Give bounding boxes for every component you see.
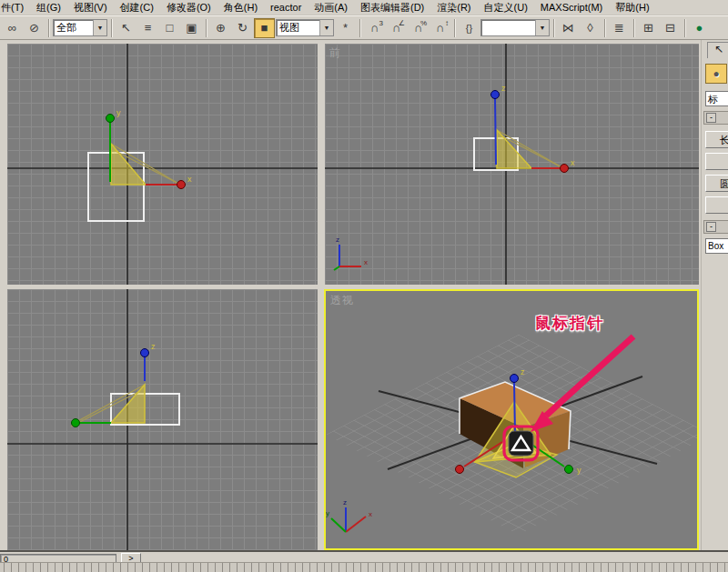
y-axis-label: y [116, 108, 121, 117]
world-x-label: x [364, 258, 368, 266]
chevron-down-icon[interactable]: ▼ [319, 20, 333, 35]
object-type-rollout[interactable]: - [703, 111, 728, 125]
create-tab-icon[interactable]: ↖ [707, 42, 728, 58]
x-axis-handle [561, 165, 569, 173]
geometry-category-button[interactable]: ● [705, 64, 727, 84]
viewport-front[interactable]: 前 z x z x [325, 44, 699, 285]
menu-group[interactable]: 组(G) [30, 0, 67, 15]
menu-file[interactable]: 件(T) [0, 0, 30, 15]
menu-maxscript[interactable]: MAXScript(M) [534, 1, 609, 14]
toolbar-separator [684, 19, 685, 37]
y-axis-handle [565, 466, 573, 474]
x-axis-label: x [187, 175, 192, 184]
selection-filter-value: 全部 [54, 21, 93, 35]
toolbar-separator [206, 19, 207, 37]
viewport-left[interactable]: z [7, 289, 318, 550]
link-icon[interactable]: ∞ [2, 18, 23, 38]
menu-bar: 件(T) 组(G) 视图(V) 创建(C) 修改器(O) 角色(H) react… [0, 0, 728, 15]
mirror-icon[interactable]: ⋈ [558, 18, 579, 38]
toolbar-separator [359, 19, 360, 37]
select-and-rotate-icon[interactable]: ↻ [232, 18, 253, 38]
layer-manager-icon[interactable]: ≣ [609, 18, 630, 38]
snap-toggle-3d-icon[interactable]: ∩3 [364, 18, 385, 38]
toolbar-separator [553, 19, 554, 37]
select-by-name-icon[interactable]: ≡ [137, 18, 158, 38]
window-crossing-icon[interactable]: ▣ [181, 18, 202, 38]
named-selection-dropdown[interactable]: ▼ [480, 19, 550, 36]
main-toolbar: ∞ ⊘ 全部 ▼ ↖ ≡ □ ▣ ⊕ ↻ ■ 视图 ▼ * ∩3 ∩∠ ∩% ∩… [0, 15, 728, 40]
z-axis-handle [141, 349, 149, 357]
reference-coordsys-dropdown[interactable]: 视图 ▼ [276, 19, 334, 36]
name-color-rollout[interactable]: - [703, 220, 728, 234]
z-axis-handle [511, 375, 519, 383]
x-axis-handle [456, 466, 464, 474]
z-axis-handle [491, 91, 500, 99]
menu-animation[interactable]: 动画(A) [308, 0, 354, 15]
menu-customize[interactable]: 自定义(U) [478, 0, 534, 15]
menu-rendering[interactable]: 渲染(R) [430, 0, 477, 15]
menu-help[interactable]: 帮助(H) [609, 0, 655, 15]
viewport-top-canvas: y x [7, 44, 318, 285]
status-row: 0 > [0, 550, 728, 562]
object-name-field[interactable]: Box [705, 238, 728, 254]
viewport-perspective-label[interactable]: 透视 [330, 293, 354, 308]
render-icon[interactable]: ● [689, 18, 710, 38]
z-axis-line [495, 98, 496, 165]
spinner-snap-icon[interactable]: ∩↕ [430, 18, 450, 38]
menu-views[interactable]: 视图(V) [67, 0, 114, 15]
menu-modifiers[interactable]: 修改器(O) [160, 0, 217, 15]
coordsys-value: 视图 [277, 21, 319, 35]
toolbar-separator [48, 19, 49, 37]
left-edge-strip [0, 40, 7, 552]
viewport-perspective-canvas: z y z x y [326, 291, 697, 548]
track-bar[interactable] [0, 562, 728, 572]
cone-button[interactable]: 圆 [705, 175, 728, 192]
curve-editor-icon[interactable]: ⊞ [638, 18, 659, 38]
z-axis-label: z [501, 84, 506, 93]
x-axis-label: x [571, 158, 575, 167]
toolbar-separator [111, 19, 112, 37]
viewport-left-canvas: z [7, 289, 318, 550]
menu-graph-editors[interactable]: 图表编辑器(D) [354, 0, 430, 15]
category-dropdown[interactable]: 标 [705, 91, 728, 106]
toolbar-separator [633, 19, 634, 37]
viewport-front-canvas: z x z x [325, 44, 699, 285]
menu-reactor[interactable]: reactor [264, 1, 308, 14]
named-selection-icon[interactable]: {} [459, 18, 480, 38]
command-panel: ↖ ● 标 - 长 圆 - Box [701, 40, 728, 552]
menu-create[interactable]: 创建(C) [114, 0, 160, 15]
collapse-icon[interactable]: - [706, 113, 716, 123]
collapse-icon[interactable]: - [706, 222, 716, 232]
angle-snap-icon[interactable]: ∩∠ [386, 18, 407, 38]
x-axis-handle [177, 181, 186, 189]
manipulate-icon[interactable]: * [335, 18, 356, 38]
schematic-view-icon[interactable]: ⊟ [660, 18, 681, 38]
world-x-label: x [369, 510, 372, 518]
z-axis-label: z [151, 342, 156, 351]
select-object-icon[interactable]: ↖ [116, 18, 136, 38]
primitive-button[interactable] [705, 153, 728, 170]
world-y-label: y [326, 509, 329, 517]
select-and-scale-icon[interactable]: ■ [254, 18, 275, 38]
world-z-label: z [336, 236, 339, 244]
box-button[interactable]: 长 [705, 131, 728, 148]
chevron-down-icon[interactable]: ▼ [93, 20, 106, 35]
unlink-icon[interactable]: ⊘ [24, 18, 45, 38]
primitive-button[interactable] [705, 196, 728, 214]
world-z-label: z [343, 498, 347, 507]
select-and-move-icon[interactable]: ⊕ [210, 18, 231, 38]
viewport-perspective[interactable]: 透视 鼠标指针 z y z x y [324, 289, 699, 550]
callout-arrow-shaft [546, 336, 633, 416]
percent-snap-icon[interactable]: ∩% [408, 18, 429, 38]
menu-character[interactable]: 角色(H) [217, 0, 264, 15]
align-icon[interactable]: ◊ [580, 18, 601, 38]
rect-selection-region-icon[interactable]: □ [159, 18, 180, 38]
selection-filter-dropdown[interactable]: 全部 ▼ [53, 19, 107, 36]
y-axis-label: y [577, 466, 581, 475]
viewport-front-label[interactable]: 前 [329, 45, 341, 61]
viewport-top[interactable]: y x [7, 44, 318, 285]
chevron-down-icon[interactable]: ▼ [535, 20, 549, 35]
z-axis-label: z [521, 367, 525, 376]
toolbar-separator [604, 19, 605, 37]
y-axis-handle [106, 115, 115, 123]
